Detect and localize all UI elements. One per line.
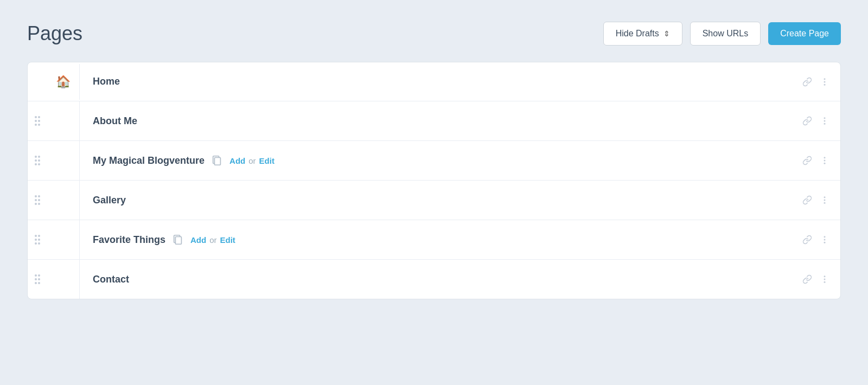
drag-handle[interactable] [28,115,47,127]
draft-pages-icon [172,234,184,246]
svg-point-14 [35,159,37,162]
page-name-cell: Favorite Things AddorEdit [80,234,800,246]
svg-point-21 [824,160,826,162]
svg-point-50 [824,279,826,280]
svg-point-47 [35,282,37,284]
draft-pages-icon [211,155,223,166]
drag-handle[interactable] [28,273,47,285]
svg-point-17 [38,163,40,165]
page-title: Pages [27,22,82,45]
page-icon-placeholder [47,181,80,220]
page-name-text: Gallery [93,195,126,206]
svg-rect-19 [214,158,220,165]
link-icon[interactable] [800,193,814,207]
create-page-label: Create Page [780,29,829,39]
more-options-icon[interactable] [818,153,832,168]
svg-rect-39 [175,237,181,245]
svg-point-43 [35,274,37,277]
svg-point-28 [38,203,40,205]
hide-drafts-button[interactable]: Hide Drafts ⇕ [603,22,682,46]
svg-point-22 [824,163,826,164]
page-name-text: Favorite Things [93,234,165,246]
edit-draft-link[interactable]: Edit [220,235,235,245]
page-name-text: My Magical Blogventure [93,155,205,166]
svg-point-4 [38,116,40,118]
svg-point-37 [38,242,40,245]
svg-point-32 [35,235,37,237]
page-icon-placeholder [47,141,80,180]
table-row: Gallery [28,181,840,220]
svg-point-46 [38,278,40,280]
link-icon[interactable] [800,233,814,247]
show-urls-label: Show URLs [703,29,748,39]
or-text: or [248,156,256,165]
page-name-cell: Contact [80,274,800,285]
svg-point-41 [824,239,826,241]
svg-point-15 [38,159,40,162]
svg-point-12 [35,156,37,158]
svg-point-6 [38,120,40,122]
svg-point-48 [38,282,40,284]
link-icon[interactable] [800,272,814,286]
more-options-icon[interactable] [818,233,832,247]
add-edit-group: AddorEdit [229,156,275,165]
edit-draft-link[interactable]: Edit [259,156,275,165]
svg-point-9 [824,117,826,119]
svg-point-36 [35,242,37,245]
more-options-icon[interactable] [818,75,832,89]
svg-point-1 [824,81,826,82]
link-icon[interactable] [800,114,814,128]
page-name-cell: My Magical Blogventure AddorEdit [80,155,800,166]
svg-point-8 [38,124,40,126]
svg-point-34 [35,239,37,241]
page-name-cell: About Me [80,116,800,127]
link-icon[interactable] [800,153,814,168]
more-options-icon[interactable] [818,272,832,286]
page-icon-placeholder [47,101,80,140]
svg-point-51 [824,281,826,283]
table-row: Favorite Things AddorEdit [28,220,840,260]
page-name-cell: Home [80,76,800,87]
show-urls-button[interactable]: Show URLs [690,22,761,46]
create-page-button[interactable]: Create Page [768,22,841,45]
hide-drafts-label: Hide Drafts [616,29,659,39]
svg-point-44 [38,274,40,277]
home-icon: 🏠 [56,75,71,89]
svg-point-33 [38,235,40,237]
page-name-text: About Me [93,116,137,127]
drag-handle[interactable] [28,234,47,246]
svg-point-25 [35,199,37,201]
svg-point-3 [35,116,37,118]
table-row: My Magical Blogventure AddorEdit [28,141,840,181]
svg-point-30 [824,200,826,201]
row-actions [800,193,840,207]
add-draft-link[interactable]: Add [190,235,206,245]
svg-point-29 [824,196,826,198]
svg-point-27 [35,203,37,205]
row-actions [800,272,840,286]
home-icon-cell: 🏠 [47,64,80,100]
svg-point-35 [38,239,40,241]
svg-point-13 [38,156,40,158]
page-icon-placeholder [47,220,80,259]
svg-point-49 [824,275,826,277]
drag-handle[interactable] [28,194,47,206]
svg-point-2 [824,84,826,85]
table-row: 🏠Home [28,62,840,101]
more-options-icon[interactable] [818,193,832,207]
page-name-text: Home [93,76,120,87]
more-options-icon[interactable] [818,114,832,128]
svg-point-23 [35,195,37,197]
svg-point-26 [38,199,40,201]
row-actions [800,75,840,89]
svg-point-7 [35,124,37,126]
row-actions [800,114,840,128]
add-draft-link[interactable]: Add [229,156,245,165]
or-text: or [209,235,216,245]
svg-point-40 [824,236,826,238]
sort-arrows-icon: ⇕ [663,29,670,38]
header-actions: Hide Drafts ⇕ Show URLs Create Page [603,22,841,46]
drag-handle[interactable] [28,155,47,166]
svg-point-20 [824,157,826,158]
link-icon[interactable] [800,75,814,89]
